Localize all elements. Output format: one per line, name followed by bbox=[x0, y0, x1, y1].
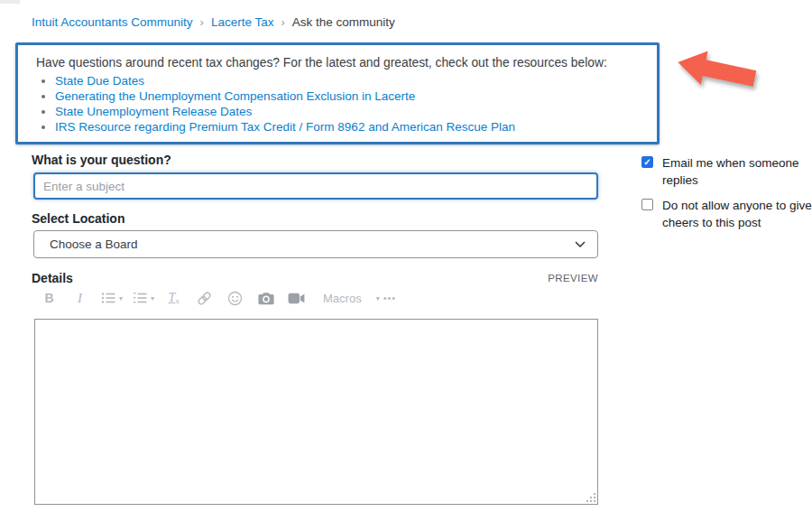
macros-button[interactable]: Macros ▾ bbox=[318, 288, 380, 308]
more-options-button[interactable]: ••• bbox=[380, 288, 397, 308]
video-camera-icon bbox=[288, 293, 305, 304]
ask-the-community-page: Intuit Accountants Community › Lacerte T… bbox=[0, 0, 812, 521]
email-notify-option[interactable]: ✓ Email me when someone replies bbox=[641, 154, 802, 189]
macros-label: Macros bbox=[323, 292, 362, 305]
bullet-list-icon bbox=[101, 292, 115, 304]
chevron-down-icon: ▾ bbox=[119, 294, 123, 302]
numbered-list-icon bbox=[133, 292, 147, 304]
list-item: IRS Resource regarding Premium Tax Credi… bbox=[55, 119, 641, 135]
chevron-down-icon bbox=[575, 241, 586, 248]
insert-photo-button[interactable] bbox=[256, 288, 275, 308]
resource-link-list: State Due Dates Generating the Unemploym… bbox=[36, 73, 641, 135]
subject-input[interactable] bbox=[33, 172, 598, 200]
disallow-cheers-label[interactable]: Do not allow anyone to give cheers to th… bbox=[662, 197, 812, 231]
breadcrumb-separator: › bbox=[281, 15, 284, 29]
camera-icon bbox=[258, 292, 274, 305]
link-icon bbox=[197, 291, 212, 306]
board-select[interactable]: Choose a Board bbox=[33, 230, 598, 258]
bullet-list-button[interactable]: ▾ bbox=[101, 288, 123, 308]
insert-emoji-button[interactable] bbox=[226, 288, 245, 308]
board-select-value: Choose a Board bbox=[50, 237, 138, 251]
breadcrumb-link-community[interactable]: Intuit Accountants Community bbox=[32, 15, 193, 29]
disallow-cheers-option[interactable]: ✓ Do not allow anyone to give cheers to … bbox=[641, 197, 812, 231]
bold-button[interactable]: B bbox=[40, 288, 59, 308]
question-label: What is your question? bbox=[32, 153, 171, 167]
preview-link[interactable]: PREVIEW bbox=[508, 273, 598, 284]
resize-handle[interactable] bbox=[587, 494, 595, 502]
link-unemployment-release-dates[interactable]: State Unemployment Release Dates bbox=[55, 105, 252, 118]
list-item: State Due Dates bbox=[55, 73, 641, 88]
details-textarea[interactable] bbox=[34, 319, 598, 505]
chevron-down-icon: ▾ bbox=[151, 294, 154, 302]
list-item: State Unemployment Release Dates bbox=[55, 104, 641, 119]
breadcrumb-separator: › bbox=[200, 15, 204, 29]
link-irs-premium-tax-credit[interactable]: IRS Resource regarding Premium Tax Credi… bbox=[55, 120, 515, 134]
ellipsis-icon: ••• bbox=[383, 293, 397, 303]
italic-button[interactable]: I bbox=[70, 288, 89, 308]
editor-toolbar: B I ▾ ▾ Tx bbox=[40, 287, 396, 309]
details-editor-area bbox=[34, 319, 598, 505]
numbered-list-button[interactable]: ▾ bbox=[133, 288, 154, 308]
tax-resources-callout: Have questions around recent tax changes… bbox=[15, 42, 660, 144]
link-unemployment-exclusion[interactable]: Generating the Unemployment Compensation… bbox=[55, 89, 415, 103]
window-edge-artifact bbox=[0, 0, 20, 4]
insert-link-button[interactable] bbox=[195, 288, 214, 308]
breadcrumb-current-page: Ask the community bbox=[292, 15, 395, 29]
red-arrow-icon bbox=[674, 49, 759, 98]
clear-formatting-button[interactable]: Tx bbox=[164, 288, 183, 308]
breadcrumb: Intuit Accountants Community › Lacerte T… bbox=[32, 15, 395, 29]
list-item: Generating the Unemployment Compensation… bbox=[55, 88, 641, 104]
callout-intro-text: Have questions around recent tax changes… bbox=[36, 56, 641, 70]
emoji-icon bbox=[227, 291, 243, 306]
location-label: Select Location bbox=[32, 211, 125, 226]
disallow-cheers-checkbox[interactable]: ✓ bbox=[641, 199, 653, 210]
email-notify-label[interactable]: Email me when someone replies bbox=[662, 154, 802, 189]
details-label: Details bbox=[32, 271, 73, 285]
breadcrumb-link-lacerte-tax[interactable]: Lacerte Tax bbox=[211, 15, 274, 29]
check-icon: ✓ bbox=[643, 158, 651, 167]
italic-icon: I bbox=[78, 291, 82, 306]
insert-video-button[interactable] bbox=[287, 288, 306, 308]
link-state-due-dates[interactable]: State Due Dates bbox=[55, 74, 144, 88]
email-notify-checkbox[interactable]: ✓ bbox=[641, 156, 653, 168]
bold-icon: B bbox=[44, 291, 53, 305]
clear-formatting-icon: Tx bbox=[168, 291, 179, 305]
